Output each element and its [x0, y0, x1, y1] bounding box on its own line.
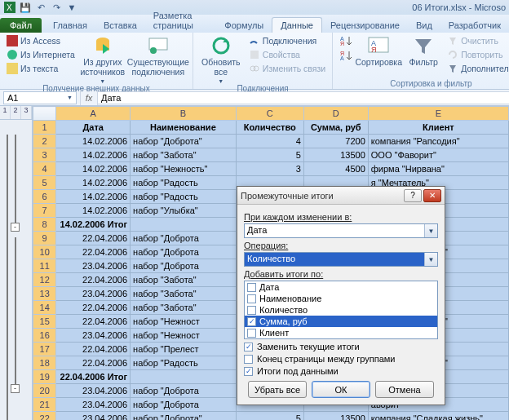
row-header[interactable]: 14 — [33, 301, 56, 315]
cell[interactable]: 13500 — [303, 412, 368, 421]
checkbox-icon[interactable]: ✓ — [244, 343, 253, 351]
cell[interactable]: 22.04.2006 — [56, 356, 131, 370]
properties-button[interactable]: Свойства — [247, 48, 327, 61]
combo-operation[interactable]: Количество▼ — [244, 252, 438, 267]
outline-pane[interactable]: 1 2 3 - - — [0, 106, 33, 420]
undo-icon[interactable]: ↶ — [34, 1, 47, 14]
connections-button[interactable]: Подключения — [247, 34, 327, 47]
qat-dropdown-icon[interactable]: ▼ — [65, 1, 78, 14]
ok-button[interactable]: ОК — [312, 381, 370, 398]
from-web-button[interactable]: Из Интернета — [5, 48, 77, 61]
sort-button[interactable]: АЯ Сортировка — [356, 34, 401, 79]
refresh-all-button[interactable]: Обновить все▼ — [198, 34, 244, 84]
checkbox-icon[interactable] — [247, 329, 256, 338]
tab-data[interactable]: Данные — [272, 17, 322, 33]
cell[interactable]: Дата — [56, 121, 131, 135]
cell[interactable]: 4 — [236, 135, 303, 148]
outline-collapse-button[interactable]: - — [11, 384, 20, 393]
cell[interactable]: набор "Доброта — [131, 259, 237, 273]
cell[interactable]: Количество — [236, 121, 303, 135]
row-header[interactable]: 8 — [33, 218, 56, 232]
col-header-b[interactable]: B — [131, 107, 237, 121]
fields-listbox[interactable]: ДатаНаименованиеКоличество✓Сумма, рубКли… — [244, 281, 438, 339]
chevron-down-icon[interactable]: ▼ — [424, 224, 437, 237]
cell[interactable]: 14.02.2006 — [56, 135, 131, 148]
cell[interactable]: 22.04.2006 — [56, 273, 131, 287]
opt-replace-row[interactable]: ✓Заменить текущие итоги — [244, 342, 438, 351]
cell[interactable]: набор "Забота" — [131, 273, 237, 287]
tab-review[interactable]: Рецензирование — [322, 18, 408, 33]
cell[interactable]: набор "Прелест — [131, 343, 237, 356]
field-item[interactable]: ✓Сумма, руб — [245, 316, 437, 327]
sort-za-button[interactable]: ЯА — [338, 49, 352, 62]
row-header[interactable]: 18 — [33, 356, 56, 370]
outline-level-1[interactable]: 1 — [0, 106, 11, 119]
tab-home[interactable]: Главная — [45, 18, 95, 33]
row-header[interactable]: 1 — [33, 121, 56, 135]
row-header[interactable]: 22 — [33, 412, 56, 421]
tab-insert[interactable]: Вставка — [95, 18, 145, 33]
row-header[interactable]: 21 — [33, 398, 56, 412]
cell[interactable]: 13500 — [303, 148, 368, 162]
cell[interactable]: 22.04.2006 — [56, 301, 131, 315]
cell[interactable]: 14.02.2006 — [56, 204, 131, 218]
cell[interactable]: набор "Нежность" — [131, 162, 237, 176]
row-header[interactable]: 12 — [33, 273, 56, 287]
outline-collapse-button[interactable]: - — [11, 223, 20, 232]
remove-all-button[interactable]: Убрать все — [248, 381, 307, 398]
cell[interactable]: набор "Радость — [131, 356, 237, 370]
tab-file[interactable]: Файл — [0, 18, 42, 33]
cell[interactable]: набор "Доброта — [131, 245, 237, 259]
cancel-button[interactable]: Отмена — [375, 381, 434, 398]
row-header[interactable]: 4 — [33, 162, 56, 176]
col-header-d[interactable]: D — [303, 107, 368, 121]
row-header[interactable]: 19 — [33, 370, 56, 384]
select-all-corner[interactable] — [33, 107, 56, 121]
cell[interactable]: 22.04.2006 — [56, 343, 131, 356]
cell[interactable]: компания "Сладкая жизнь" — [368, 412, 508, 421]
row-header[interactable]: 9 — [33, 232, 56, 245]
cell[interactable]: 23.04.2006 — [56, 412, 131, 421]
col-header-a[interactable]: A — [56, 107, 131, 121]
row-header[interactable]: 11 — [33, 259, 56, 273]
cell[interactable]: 22.04.2006 — [56, 315, 131, 329]
field-item[interactable]: Наименование — [245, 293, 437, 304]
edit-links-button[interactable]: Изменить связи — [247, 62, 327, 75]
cell[interactable]: 3 — [236, 162, 303, 176]
cell[interactable]: 5 — [236, 412, 303, 421]
save-icon[interactable]: 💾 — [19, 1, 32, 14]
cell[interactable]: набор "Доброта" — [131, 412, 237, 421]
row-header[interactable]: 3 — [33, 148, 56, 162]
row-header[interactable]: 10 — [33, 245, 56, 259]
cell[interactable]: фирма "Нирвана" — [368, 162, 508, 176]
cell[interactable]: компания "Рапсодия" — [368, 135, 508, 148]
opt-below-row[interactable]: ✓Итоги под данными — [244, 366, 438, 376]
cell[interactable]: 23.04.2006 — [56, 259, 131, 273]
cell[interactable]: 23.04.2006 — [56, 384, 131, 398]
cell[interactable]: набор "Доброта — [131, 384, 237, 398]
col-header-e[interactable]: E — [368, 107, 508, 121]
checkbox-icon[interactable]: ✓ — [244, 367, 253, 376]
fx-icon[interactable]: fx — [80, 90, 98, 105]
cell[interactable]: набор "Забота" — [131, 148, 237, 162]
cell[interactable]: 22.04.2006 — [56, 232, 131, 245]
filter-button[interactable]: Фильтр — [405, 34, 442, 79]
redo-icon[interactable]: ↷ — [50, 1, 63, 14]
checkbox-icon[interactable]: ✓ — [247, 317, 256, 326]
cell[interactable]: набор "Нежност — [131, 329, 237, 343]
cell[interactable]: набор "Доброта" — [131, 135, 237, 148]
field-item[interactable]: Количество — [245, 304, 437, 316]
row-header[interactable]: 20 — [33, 384, 56, 398]
row-header[interactable]: 5 — [33, 176, 56, 190]
name-box[interactable]: A1▼ — [3, 91, 77, 104]
cell[interactable]: Клиент — [368, 121, 508, 135]
cell[interactable]: набор "Забота" — [131, 301, 237, 315]
tab-pagelayout[interactable]: Разметка страницы — [145, 8, 217, 33]
outline-level-3[interactable]: 3 — [21, 106, 32, 119]
advanced-button[interactable]: Дополнительно — [445, 62, 509, 75]
cell[interactable]: 14.02.2006 — [56, 162, 131, 176]
col-header-c[interactable]: C — [236, 107, 303, 121]
row-header[interactable]: 15 — [33, 315, 56, 329]
cell[interactable]: набор "Доброта — [131, 398, 237, 412]
row-header[interactable]: 13 — [33, 287, 56, 301]
